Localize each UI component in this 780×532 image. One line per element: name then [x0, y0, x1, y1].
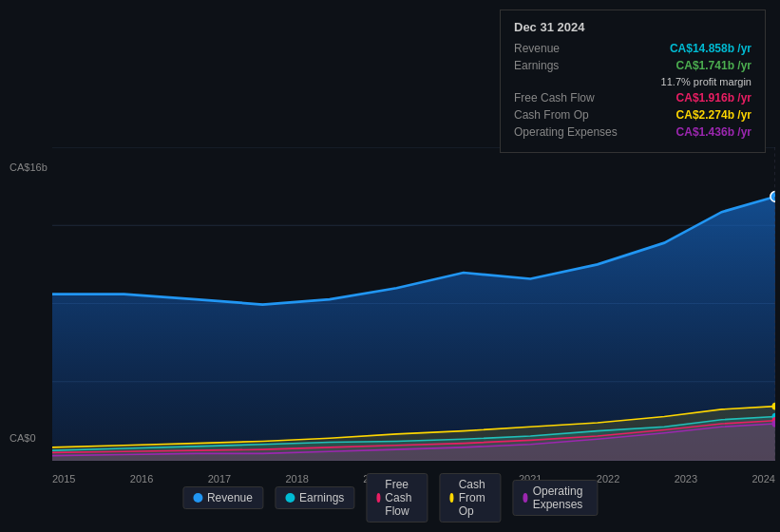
tooltip-opex-label: Operating Expenses: [514, 125, 618, 139]
chart-svg: [52, 147, 775, 461]
tooltip-box: Dec 31 2024 Revenue CA$14.858b /yr Earni…: [500, 10, 766, 153]
tooltip-earnings-row: Earnings CA$1.741b /yr: [514, 59, 751, 72]
legend-item-cashop[interactable]: Cash From Op: [439, 473, 501, 522]
legend-item-opex[interactable]: Operating Expenses: [512, 480, 598, 516]
x-label-2024: 2024: [751, 473, 774, 484]
legend-item-revenue[interactable]: Revenue: [182, 486, 263, 509]
tooltip-opex-row: Operating Expenses CA$1.436b /yr: [514, 125, 751, 139]
tooltip-fcf-value: CA$1.916b /yr: [676, 91, 751, 104]
tooltip-cashop-row: Cash From Op CA$2.274b /yr: [514, 108, 751, 122]
legend-label-opex: Operating Expenses: [533, 484, 587, 511]
legend-item-fcf[interactable]: Free Cash Flow: [366, 473, 428, 522]
legend-label-revenue: Revenue: [207, 491, 253, 504]
x-label-2022: 2022: [597, 473, 619, 484]
chart-legend: Revenue Earnings Free Cash Flow Cash Fro…: [182, 473, 598, 522]
tooltip-earnings-value: CA$1.741b /yr: [676, 59, 751, 72]
tooltip-earnings-label: Earnings: [514, 59, 618, 72]
tooltip-cashop-label: Cash From Op: [514, 108, 618, 122]
x-label-2023: 2023: [675, 473, 697, 484]
tooltip-date: Dec 31 2024: [514, 20, 751, 34]
legend-dot-fcf: [376, 493, 380, 503]
tooltip-revenue-row: Revenue CA$14.858b /yr: [514, 42, 751, 55]
legend-dot-earnings: [285, 493, 295, 503]
chart-container: Dec 31 2024 Revenue CA$14.858b /yr Earni…: [0, 0, 780, 532]
tooltip-fcf-label: Free Cash Flow: [514, 91, 618, 104]
tooltip-revenue-label: Revenue: [514, 42, 618, 55]
tooltip-cashop-value: CA$2.274b /yr: [676, 108, 751, 122]
legend-label-earnings: Earnings: [299, 491, 344, 504]
y-axis-bottom-label: CA$0: [10, 432, 36, 444]
tooltip-profit-margin-value: 11.7% profit margin: [661, 76, 751, 87]
tooltip-revenue-value: CA$14.858b /yr: [670, 42, 751, 55]
x-label-2015: 2015: [52, 473, 75, 484]
x-label-2016: 2016: [130, 473, 153, 484]
legend-dot-opex: [523, 493, 527, 503]
tooltip-profit-margin-row: 11.7% profit margin: [514, 76, 751, 87]
legend-dot-revenue: [193, 493, 202, 503]
legend-label-fcf: Free Cash Flow: [385, 478, 417, 518]
tooltip-opex-value: CA$1.436b /yr: [676, 125, 751, 139]
chart-area: [52, 147, 775, 461]
legend-dot-cashop: [449, 493, 453, 503]
svg-point-5: [770, 192, 775, 202]
tooltip-fcf-row: Free Cash Flow CA$1.916b /yr: [514, 91, 751, 104]
legend-label-cashop: Cash From Op: [459, 478, 491, 518]
legend-item-earnings[interactable]: Earnings: [275, 486, 354, 509]
y-axis-top-label: CA$16b: [10, 162, 48, 173]
